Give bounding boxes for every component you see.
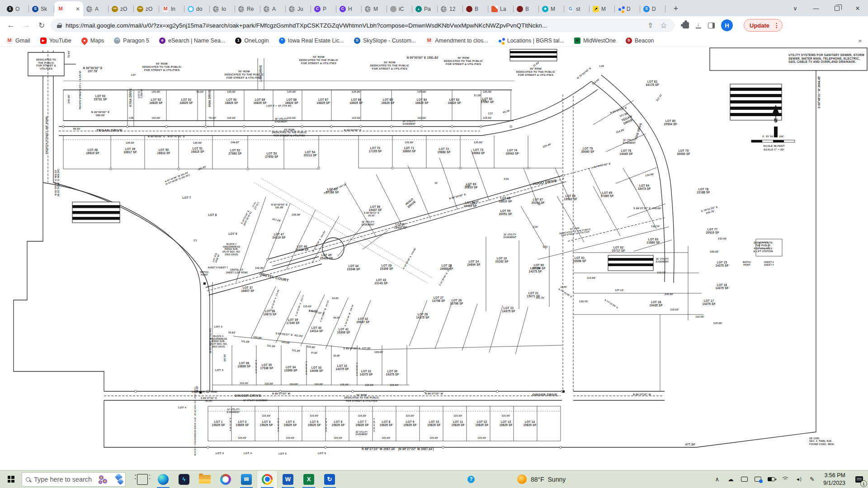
tab-close-icon[interactable]: ✕: [75, 6, 80, 12]
bookmark-amendment-to-clos[interactable]: MAmendment to clos...: [426, 38, 488, 44]
taskbar-search[interactable]: Type here to search: [22, 472, 126, 487]
browser-tab-8[interactable]: do: [184, 1, 210, 16]
tab-label: B: [525, 6, 533, 12]
tab-label: D: [652, 6, 660, 12]
browser-tab-1[interactable]: 1O: [4, 1, 29, 16]
browser-tab-22[interactable]: ♣M: [539, 1, 564, 16]
bookmarks-overflow-chevron[interactable]: »: [859, 37, 862, 44]
circle-icon: e: [159, 38, 165, 44]
taskbar-app-office[interactable]: [215, 470, 236, 488]
taskbar-clock[interactable]: 3:56 PM 9/1/2023: [819, 472, 850, 487]
browser-tab-12[interactable]: Ju: [286, 1, 311, 16]
downloads-icon[interactable]: [695, 22, 702, 28]
bookmark-esearch-name-sea[interactable]: eeSearch | Name Sea...: [159, 38, 225, 44]
wifi-icon[interactable]: [778, 470, 792, 488]
circle-icon: ▲: [415, 6, 422, 12]
side-panel-icon[interactable]: [708, 23, 715, 28]
browser-tab-13[interactable]: CP: [311, 1, 336, 16]
bookmark-locations-bgrs-tal[interactable]: Locations | BGRS tal...: [498, 38, 564, 44]
url-text[interactable]: https://mail.google.com/mail/u/0/?zx=xg2…: [66, 22, 642, 29]
update-button[interactable]: Update ⋮: [744, 19, 783, 32]
browser-tab-9[interactable]: Io: [210, 1, 235, 16]
bookmark-paragon-5[interactable]: ◠Paragon 5: [114, 38, 149, 44]
browser-tab-17[interactable]: ▲Pa: [412, 1, 438, 16]
minimize-button[interactable]: —: [806, 0, 826, 16]
browser-tab-11[interactable]: A: [260, 1, 286, 16]
taskbar-app-word[interactable]: W: [278, 470, 298, 488]
bookmark-midwestone[interactable]: ≋MidWestOne: [574, 38, 616, 44]
weather-widget[interactable]: 88°F Sunny: [512, 470, 571, 488]
circle-icon: ◠: [114, 38, 120, 44]
circle-icon: C: [340, 6, 346, 12]
browser-tab-24[interactable]: ↗M: [590, 1, 615, 16]
reload-button[interactable]: ↻: [35, 19, 48, 32]
bookmark-label: SkySlope - Custom...: [363, 38, 416, 44]
bookmark-onelogin[interactable]: 1OneLogin: [235, 38, 269, 44]
tab-label: In: [171, 6, 179, 12]
pen-icon[interactable]: ✎: [805, 470, 819, 488]
browser-tab-4[interactable]: A: [83, 1, 108, 16]
taskbar-app-task-view[interactable]: [132, 470, 153, 488]
square-icon: ↗: [593, 6, 599, 12]
bookmark-youtube[interactable]: ▶YouTube: [40, 38, 71, 44]
circle-icon: 1: [7, 6, 13, 12]
browser-tab-3[interactable]: M✕: [54, 1, 83, 16]
yt-icon: ▶: [40, 38, 47, 44]
extensions-icon[interactable]: [683, 22, 689, 28]
browser-tab-20[interactable]: La: [488, 1, 514, 16]
taskbar-app-lightning-app[interactable]: ϟ: [174, 470, 194, 488]
browser-tab-2[interactable]: SSk: [29, 1, 54, 16]
circle-icon: ♣: [542, 6, 548, 12]
tab-search-chevron-icon[interactable]: ∨: [785, 0, 806, 16]
tab-label: B: [475, 6, 483, 12]
browser-tab-6[interactable]: ONEzO: [134, 1, 159, 16]
bookmark-skyslope-custom[interactable]: SSkySlope - Custom...: [354, 38, 416, 44]
browser-tab-10[interactable]: Re: [235, 1, 260, 16]
bookmark-beacon[interactable]: bBeacon: [626, 38, 654, 44]
taskbar-app-chrome[interactable]: [257, 470, 278, 488]
display-status-icon[interactable]: [751, 470, 764, 488]
cast-screen-icon[interactable]: [737, 470, 751, 488]
search-help-button[interactable]: ?: [458, 470, 485, 488]
maximize-button[interactable]: [826, 0, 847, 16]
share-icon[interactable]: ⇧: [646, 21, 655, 29]
forward-button[interactable]: →: [20, 19, 33, 32]
browser-tab-26[interactable]: SD: [640, 1, 665, 16]
new-tab-button[interactable]: +: [670, 3, 682, 14]
menu-kebab-icon[interactable]: ⋮: [773, 22, 780, 29]
notification-center-button[interactable]: 1: [850, 470, 868, 488]
bookmark-label: Paragon 5: [123, 38, 149, 44]
onedrive-cloud-icon[interactable]: ☁: [724, 470, 737, 488]
browser-tab-19[interactable]: B: [463, 1, 488, 16]
taskbar-app-excel[interactable]: X: [298, 470, 319, 488]
browser-tab-18[interactable]: 12: [438, 1, 463, 16]
browser-tab-16[interactable]: iC: [387, 1, 412, 16]
taskbar-app-edge[interactable]: [153, 470, 174, 488]
profile-avatar[interactable]: H: [721, 19, 733, 31]
browser-tab-21[interactable]: B: [514, 1, 539, 16]
weather-condition: Sunny: [548, 476, 566, 483]
browser-tab-7[interactable]: MIn: [159, 1, 184, 16]
browser-tab-14[interactable]: CH: [336, 1, 362, 16]
start-button[interactable]: [0, 470, 22, 488]
notification-badge: 1: [860, 480, 867, 487]
browser-tab-15[interactable]: M: [362, 1, 387, 16]
taskbar-app-sync-app[interactable]: ↻: [319, 470, 340, 488]
bookmark-gmail[interactable]: MGmail: [6, 38, 30, 44]
back-button[interactable]: ←: [5, 19, 17, 32]
bookmark-star-icon[interactable]: ☆: [659, 21, 668, 30]
volume-icon[interactable]: ◄): [792, 470, 805, 488]
tray-expand-chevron-icon[interactable]: ∧: [710, 470, 724, 488]
tab-label: Pa: [424, 6, 432, 12]
battery-icon[interactable]: [764, 470, 778, 488]
doc-icon: [491, 6, 498, 12]
browser-tab-23[interactable]: Gst: [564, 1, 590, 16]
browser-tab-25[interactable]: D: [615, 1, 640, 16]
address-bar[interactable]: https://mail.google.com/mail/u/0/?zx=xg2…: [51, 19, 675, 32]
bookmark-iowa-real-estate-lic[interactable]: *Iowa Real Estate Lic...: [279, 38, 344, 44]
taskbar-app-file-explorer[interactable]: [194, 470, 215, 488]
browser-tab-5[interactable]: ONEzO: [108, 1, 134, 16]
bookmark-maps[interactable]: Maps: [81, 38, 104, 44]
close-button[interactable]: ✕: [847, 0, 868, 16]
taskbar-app-mail[interactable]: ✉: [236, 470, 257, 488]
